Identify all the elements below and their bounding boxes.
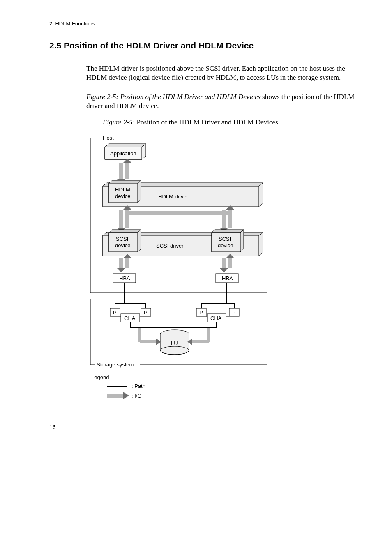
- hdlm-driver-label: HDLM driver: [158, 193, 189, 200]
- io-arrow-hdlm-scsi-left: [117, 205, 131, 232]
- p-port-2: P: [141, 308, 151, 316]
- paragraph-2: Figure 2-5: Position of the HDLM Driver …: [86, 92, 355, 111]
- p-port-3: P: [196, 308, 206, 316]
- page-number: 16: [49, 424, 355, 431]
- svg-marker-16: [109, 180, 141, 183]
- hba-right-box: HBA: [216, 274, 238, 283]
- scsi-device-left-label-2: device: [115, 242, 131, 249]
- running-header: 2. HDLM Functions: [49, 21, 355, 27]
- lu-label: LU: [171, 340, 178, 346]
- svg-marker-92: [123, 392, 129, 399]
- hdlm-device-label-2: device: [115, 193, 131, 199]
- svg-rect-8: [119, 163, 123, 179]
- svg-rect-26: [127, 211, 230, 215]
- io-arrow-hdlm-scsi-right: [220, 205, 234, 232]
- legend-title: Legend: [91, 374, 109, 380]
- section-heading: 2.5 Position of the HDLM Driver and HDLM…: [49, 37, 355, 54]
- svg-rect-18: [119, 210, 123, 228]
- figure-caption-id: Figure 2-5:: [103, 118, 135, 126]
- svg-rect-84: [140, 340, 156, 343]
- figure-reference: Figure 2-5: Position of the HDLM Driver …: [86, 93, 261, 101]
- cha-left-label: CHA: [124, 315, 136, 321]
- svg-rect-10: [125, 163, 129, 179]
- legend-io-label: : I/O: [131, 393, 142, 399]
- io-arrow-app-hdlm: [117, 159, 131, 183]
- scsi-device-left-label-1: SCSI: [116, 236, 128, 242]
- hdlm-device-label-1: HDLM: [115, 187, 130, 193]
- svg-rect-38: [125, 258, 129, 268]
- application-label: Application: [110, 150, 136, 157]
- io-arrow-cha-lu-right: [187, 328, 209, 345]
- storage-system-label: Storage system: [97, 362, 134, 368]
- p-port-1: P: [110, 308, 120, 316]
- svg-marker-37: [117, 268, 125, 272]
- cha-right-label: CHA: [210, 315, 222, 321]
- hba-left-box: HBA: [113, 274, 136, 283]
- figure-caption-body: Position of the HDLM Driver and HDLM Dev…: [135, 118, 278, 126]
- application-box: Application: [105, 144, 146, 159]
- paragraph-1: The HDLM driver is positioned above the …: [86, 64, 355, 83]
- io-arrow-scsi-hba-right: [220, 254, 234, 272]
- svg-rect-42: [228, 258, 232, 268]
- svg-marker-34: [212, 230, 244, 233]
- scsi-device-right-box: SCSI device: [212, 230, 244, 252]
- svg-rect-91: [107, 394, 123, 398]
- svg-marker-31: [109, 230, 141, 233]
- scsi-device-right-label-2: device: [218, 242, 233, 249]
- svg-rect-36: [119, 258, 123, 268]
- legend-block: Legend : Path : I/O: [91, 374, 145, 399]
- svg-marker-6: [105, 144, 146, 147]
- hba-right-label: HBA: [222, 275, 233, 281]
- scsi-driver-label: SCSI driver: [156, 243, 184, 249]
- io-arrow-scsi-hba-left: [117, 254, 131, 272]
- svg-text:P: P: [199, 309, 203, 315]
- svg-rect-40: [222, 258, 226, 268]
- scsi-device-right-label-1: SCSI: [219, 236, 231, 242]
- legend-path-label: : Path: [131, 383, 145, 389]
- hba-left-label: HBA: [119, 275, 130, 281]
- figure-2-5: Host Application HDLM driver: [86, 131, 355, 412]
- svg-rect-87: [192, 340, 209, 343]
- host-label: Host: [103, 135, 114, 141]
- scsi-device-left-box: SCSI device: [109, 230, 141, 252]
- cha-right-box: CHA: [207, 314, 226, 322]
- p-port-4: P: [229, 308, 239, 316]
- lu-cylinder: LU: [160, 330, 189, 355]
- cha-left-box: CHA: [121, 314, 140, 322]
- svg-text:P: P: [144, 309, 148, 315]
- hdlm-device-box: HDLM device: [109, 180, 141, 203]
- svg-marker-41: [220, 268, 228, 272]
- svg-text:P: P: [232, 309, 236, 315]
- svg-text:P: P: [113, 309, 117, 315]
- io-arrow-cha-lu-left: [140, 328, 161, 345]
- figure-caption: Figure 2-5: Position of the HDLM Driver …: [86, 118, 355, 127]
